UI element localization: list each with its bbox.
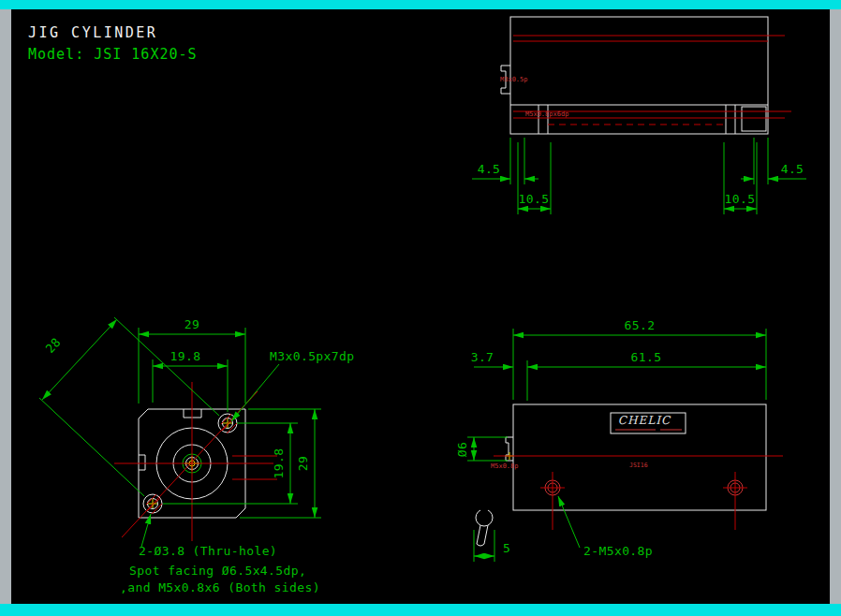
front-view-thru-hole-note: 2-Ø3.8 (Thru-hole): [139, 544, 277, 558]
dim-front-hole-pitch-v: 19.8: [272, 448, 286, 479]
frame-top-bar: [0, 0, 841, 9]
dim-side-wrench: 5: [503, 541, 510, 555]
side-view-stamp-label: JSI16: [629, 462, 648, 469]
side-view-ports-label: 2-M5x0.8p: [583, 544, 653, 558]
front-view-spot-facing-note: Spot facing Ø6.5x4.5dp,: [129, 564, 306, 578]
dim-side-body: 61.5: [631, 350, 662, 364]
dim-front-height: 29: [296, 456, 310, 471]
front-view-tap-label: M3x0.5px7dp: [270, 349, 355, 363]
top-view-port-side-label: M5x0.8px6dp: [525, 110, 568, 118]
drawing-canvas[interactable]: [11, 9, 830, 604]
top-view-port-top-label: M3x0.5p: [500, 76, 528, 83]
dim-top-left-b: 10.5: [519, 192, 550, 206]
dim-front-hole-pitch-h: 19.8: [170, 349, 201, 363]
window-frame: [0, 0, 841, 616]
dim-side-rod-dia: Ø6: [455, 442, 469, 457]
dim-top-left-a: 4.5: [478, 162, 501, 176]
dim-top-right-a: 4.5: [781, 162, 804, 176]
dim-side-length: 65.2: [625, 318, 656, 332]
dim-top-right-b: 10.5: [725, 192, 756, 206]
drawing-model: Model: JSI 16X20-S: [28, 46, 198, 63]
front-view-m5-note: ,and M5x0.8x6 (Both sides): [120, 580, 320, 594]
frame-bottom-bar: [0, 604, 841, 616]
dim-side-offset: 3.7: [471, 350, 494, 364]
brand-label: CHELIC: [618, 414, 671, 427]
cad-window: JIG CYLINDER Model: JSI 16X20-S M3x0.5p …: [0, 0, 841, 616]
side-view-boss-label: M5x0.8p: [491, 462, 519, 470]
dim-front-width: 29: [184, 317, 199, 331]
drawing-title: JIG CYLINDER: [28, 24, 157, 41]
